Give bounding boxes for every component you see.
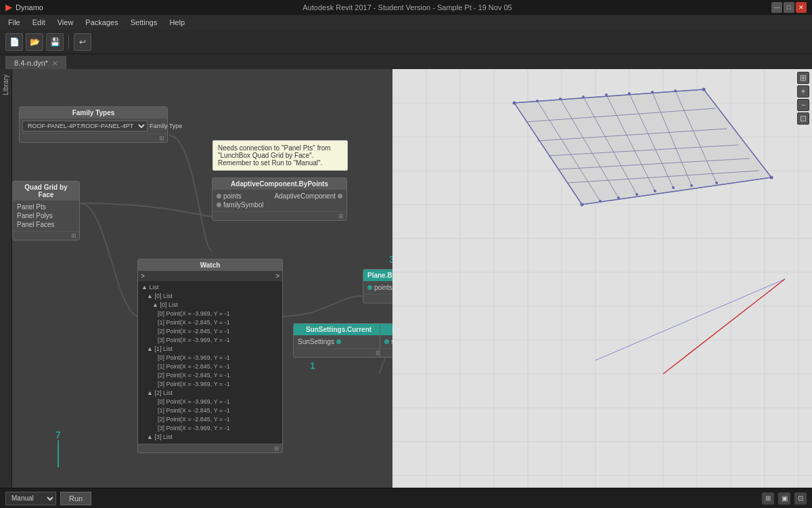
svg-point-55 [599,200,602,203]
watch-item-2-1: [1] Point(X = -2.845, Y = -1 [141,406,279,415]
svg-point-52 [674,89,677,92]
adaptive-body: points AdaptiveComponent familySymbol [212,190,346,211]
node-adaptive[interactable]: AdaptiveComponent.ByPoints points Adapti… [212,177,347,221]
svg-point-47 [559,98,562,100]
status-icon-1[interactable]: ⊞ [762,492,774,505]
port-in-points: points [217,192,242,200]
svg-point-54 [581,203,584,207]
port-dot-points2 [367,285,372,290]
svg-point-49 [605,93,608,96]
toolbar: 📄 📂 💾 ↩ [0,30,812,54]
menu-view[interactable]: View [52,17,79,28]
open-button[interactable]: 📂 [26,33,43,51]
svg-point-59 [672,186,675,189]
watch-item-0-0: ▲ [0] List [141,301,279,310]
watch-item-3: ▲ [3] List [141,433,279,442]
port-dot-points [217,194,221,198]
svg-point-50 [628,92,631,95]
zoom-fit-button[interactable]: ⊞ [797,72,809,84]
viewport-3d: ⊞ + − ⊡ [392,69,812,488]
menu-edit[interactable]: Edit [27,17,51,28]
marker-number-7: 7 [55,429,61,440]
svg-point-62 [770,176,773,179]
watch-item-1-2: [2] Point(X = -2.845, Y = -1 [141,371,279,380]
run-button[interactable]: Run [60,492,91,505]
expand-icon4[interactable]: ⊞ [274,445,279,452]
menu-packages[interactable]: Packages [80,17,123,28]
zoom-in-button[interactable]: + [797,85,809,98]
menu-file[interactable]: File [3,17,26,28]
quad-grid-header: Quad Grid by Face [13,182,79,200]
expand-icon[interactable]: ⊞ [159,135,164,142]
watch-item-0-0-1: [1] Point(X = -2.845, Y = -1 [141,318,279,327]
watch-item-1-3: [3] Point(X = -3.969, Y = -1 [141,380,279,389]
svg-point-58 [654,190,656,192]
node-watch[interactable]: Watch > > ▲ List ▲ [0] List ▲ [0] List [… [137,259,283,453]
status-icon-3[interactable]: ⊡ [794,492,807,505]
tab-close-icon[interactable]: ✕ [52,60,58,67]
note-box: Needs connection to "Panel Pts" from "Lu… [212,140,348,171]
library-label[interactable]: Library [1,72,11,98]
svg-point-45 [513,102,516,105]
family-types-header: Family Types [20,107,167,119]
family-types-dropdown-row: ROOF-PANEL-4PT:ROOF-PANEL-4PT Family Typ… [20,119,167,133]
node-quad-grid[interactable]: Quad Grid by Face Panel Pts Panel Polys … [12,181,80,240]
adaptive-port-family-symbol: familySymbol [217,200,342,209]
marker-7: 7 [55,429,61,467]
tab-main[interactable]: 8.4-n.dyn* ✕ [5,56,66,69]
new-button[interactable]: 📄 [5,33,23,51]
library-panel[interactable]: Library [0,69,12,488]
status-left: Manual Automatic Run [5,492,91,505]
zoom-out-button[interactable]: − [797,99,809,111]
port-panel-polys: Panel Polys [17,212,53,219]
zoom-controls: ⊞ + − ⊡ [797,72,809,125]
sun-current-footer: ⊞ [294,348,384,357]
family-types-dropdown[interactable]: ROOF-PANEL-4PT:ROOF-PANEL-4PT [22,121,148,131]
run-mode-dropdown[interactable]: Manual Automatic [5,492,56,505]
watch-content: ▲ List ▲ [0] List ▲ [0] List [0] Point(X… [138,281,282,444]
port-panel-faces: Panel Faces [17,221,55,228]
menubar: File Edit View Packages Settings Help [0,15,812,30]
toolbar-separator [68,35,69,49]
watch-item-1-0: [0] Point(X = -3.969, Y = -1 [141,354,279,362]
quad-grid-port-panel-polys: Panel Polys [17,211,75,220]
quad-grid-port-panel-faces: Panel Faces [17,220,75,229]
sun-current-port: SunSettings [298,337,380,346]
window-controls: — □ ✕ [771,2,807,13]
watch-item-1: ▲ [1] List [141,345,279,354]
minimize-button[interactable]: — [771,2,782,13]
port-panel-pts: Panel Pts [17,203,46,211]
canvas[interactable]: Needs connection to "Panel Pts" from "Lu… [12,69,812,488]
watch-item-2-2: [2] Point(X = -2.845, Y = -1 [141,415,279,424]
watch-item-0-0-2: [2] Point(X = -2.845, Y = -1 [141,327,279,336]
status-icon-2[interactable]: ▣ [778,492,790,505]
save-button[interactable]: 💾 [46,33,64,51]
watch-item-2-3: [3] Point(X = -3.969, Y = -1 [141,424,279,433]
svg-point-51 [651,91,654,93]
sun-current-body: SunSettings [294,335,384,348]
svg-point-56 [617,196,620,199]
undo-button[interactable]: ↩ [74,33,91,51]
menu-settings[interactable]: Settings [125,17,163,28]
zoom-extra-button[interactable]: ⊡ [797,112,809,125]
menu-help[interactable]: Help [164,17,190,28]
port-in-family-symbol: familySymbol [217,201,263,209]
family-types-footer: ⊞ [20,133,167,142]
quad-grid-body: Panel Pts Panel Polys Panel Faces [13,200,79,231]
port-out-sunsettings: SunSettings [298,338,341,345]
svg-point-53 [702,88,706,91]
watch-arrow-right: > [275,272,279,280]
close-button[interactable]: ✕ [796,2,807,13]
family-type-label: Family Type [150,123,182,129]
watch-item-2: ▲ [2] List [141,389,279,398]
note-text: Needs connection to "Panel Pts" from "Lu… [218,144,331,167]
node-family-types[interactable]: Family Types ROOF-PANEL-4PT:ROOF-PANEL-4… [19,106,168,143]
expand-icon2[interactable]: ⊞ [71,232,76,239]
titlebar: ▶ Dynamo Autodesk Revit 2017 - Student V… [0,0,812,15]
main-area: Library Needs connection to "Pa [0,69,812,488]
node-sun-current[interactable]: SunSettings.Current SunSettings ⊞ [293,323,384,358]
statusbar: Manual Automatic Run ⊞ ▣ ⊡ [0,488,812,508]
port-out-adaptive: AdaptiveComponent [274,192,342,200]
expand-icon3[interactable]: ⊞ [338,213,344,219]
maximize-button[interactable]: □ [784,2,794,13]
